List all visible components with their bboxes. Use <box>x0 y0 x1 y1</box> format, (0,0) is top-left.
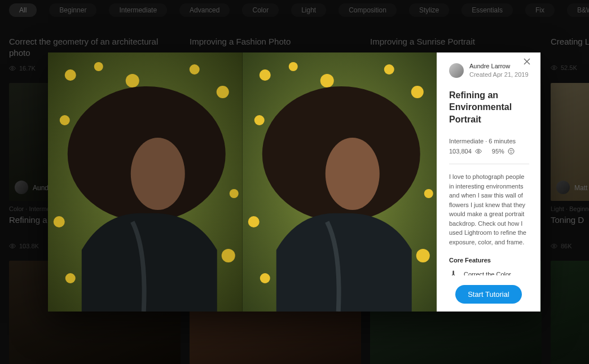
filter-pill[interactable]: Light <box>291 3 326 17</box>
author-row: Aundre Larrow Created Apr 21, 2019 <box>449 63 529 79</box>
preview-before <box>48 52 243 312</box>
eye-icon <box>9 65 16 72</box>
feature-label: Correct the Color <box>464 271 511 275</box>
smiley-percent: 95% <box>492 148 504 155</box>
svg-point-13 <box>54 216 65 227</box>
eye-icon <box>475 148 482 155</box>
card-stats: 86K <box>551 243 589 249</box>
svg-point-10 <box>60 115 70 125</box>
tutorial-card[interactable]: Creating Landscape 52.5K <box>551 32 589 72</box>
svg-point-31 <box>325 138 379 210</box>
core-features-heading: Core Features <box>449 257 529 264</box>
card-title: Toning D <box>551 214 589 237</box>
svg-point-17 <box>131 138 185 210</box>
tutorial-card[interactable]: Matt Light · Beginner Toning D 86K <box>551 83 589 249</box>
view-count: 103,804 <box>449 148 472 155</box>
svg-point-12 <box>230 189 239 198</box>
thermometer-icon <box>449 270 457 275</box>
filter-pill[interactable]: Beginner <box>49 3 96 17</box>
svg-point-24 <box>254 115 264 125</box>
filter-pill[interactable]: Advanced <box>179 3 230 17</box>
filter-pill[interactable]: Stylize <box>409 3 449 17</box>
eye-icon <box>551 243 557 249</box>
svg-point-21 <box>320 74 333 87</box>
tutorial-stats: 103,804 95% <box>449 148 529 155</box>
svg-point-7 <box>126 74 139 87</box>
svg-point-3 <box>553 245 555 247</box>
tutorial-detail-modal: Aundre Larrow Created Apr 21, 2019 Refin… <box>48 52 540 312</box>
eye-icon <box>551 64 557 71</box>
feature-item: Correct the Color <box>449 270 529 275</box>
filter-pill[interactable]: All <box>9 3 37 17</box>
divider <box>449 164 529 164</box>
card-meta: Light · Beginner <box>551 205 589 212</box>
smiley-icon <box>508 148 515 155</box>
before-after-preview <box>48 52 437 312</box>
start-tutorial-button[interactable]: Start Tutorial <box>455 285 522 304</box>
svg-point-9 <box>217 86 229 98</box>
svg-point-1 <box>553 67 555 69</box>
author-name: Aundre Larrow <box>469 63 529 71</box>
svg-point-37 <box>512 150 512 151</box>
svg-point-27 <box>248 216 259 227</box>
svg-point-28 <box>416 249 429 262</box>
svg-point-22 <box>384 64 394 74</box>
author-avatar <box>449 63 464 78</box>
svg-point-6 <box>94 62 103 71</box>
svg-point-26 <box>424 189 433 198</box>
card-stats: 52.5K <box>551 64 589 71</box>
tutorial-description: I love to photograph people in interesti… <box>449 172 529 247</box>
svg-point-8 <box>190 64 200 74</box>
svg-point-15 <box>65 273 76 283</box>
filter-pill[interactable]: Intermediate <box>109 3 167 17</box>
svg-point-20 <box>288 62 297 71</box>
filter-pill[interactable]: Fix <box>525 3 555 17</box>
svg-point-23 <box>411 86 423 98</box>
filter-pill[interactable]: B&W <box>567 3 589 17</box>
avatar <box>556 181 570 194</box>
avatar <box>15 181 28 194</box>
svg-point-19 <box>259 69 270 81</box>
eye-icon <box>9 243 16 249</box>
tutorial-level-duration: Intermediate · 6 minutes <box>449 138 529 144</box>
preview-after <box>243 52 437 312</box>
svg-point-5 <box>65 69 76 81</box>
svg-point-0 <box>12 67 14 69</box>
svg-point-29 <box>260 273 270 283</box>
card-title: Creating Landscape <box>551 36 589 59</box>
filter-pill[interactable]: Essentials <box>461 3 513 17</box>
panel-scroll[interactable]: Aundre Larrow Created Apr 21, 2019 Refin… <box>449 63 533 275</box>
filter-pill[interactable]: Composition <box>339 3 397 17</box>
svg-point-2 <box>12 245 14 247</box>
tutorial-card[interactable] <box>551 261 589 365</box>
tutorial-title: Refining an Environmental Portrait <box>449 89 529 126</box>
svg-point-36 <box>510 150 511 151</box>
filter-pill[interactable]: Color <box>242 3 279 17</box>
filter-bar: All Beginner Intermediate Advanced Color… <box>0 0 589 20</box>
svg-point-35 <box>508 148 514 154</box>
created-date: Created Apr 21, 2019 <box>469 71 529 79</box>
tutorial-info-panel: Aundre Larrow Created Apr 21, 2019 Refin… <box>437 52 540 312</box>
card-author: Matt <box>574 184 587 192</box>
svg-point-14 <box>222 249 235 262</box>
svg-point-34 <box>477 151 479 152</box>
